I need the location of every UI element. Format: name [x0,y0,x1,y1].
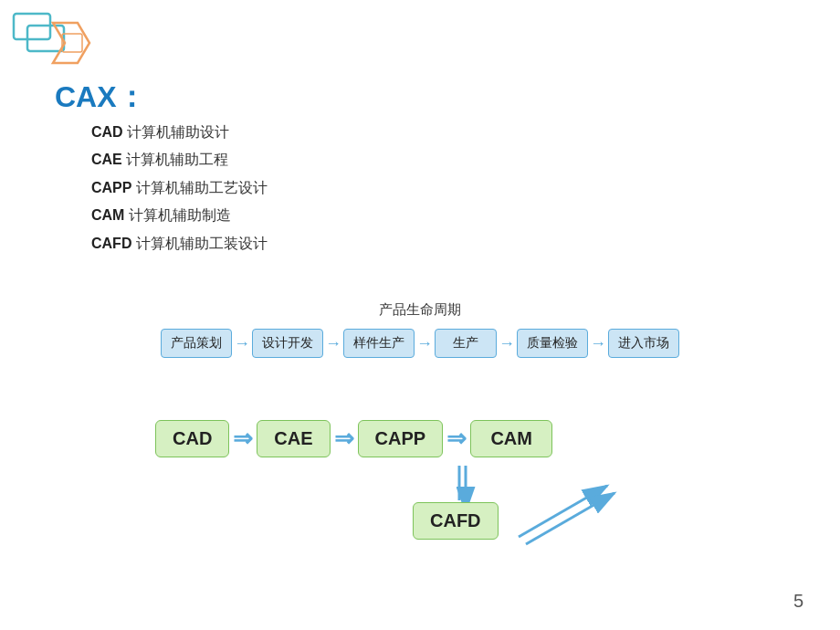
cax-list: CAD 计算机辅助设计 CAE 计算机辅助工程 CAPP 计算机辅助工艺设计 C… [91,119,268,257]
lifecycle-step-3: 样件生产 [343,329,415,358]
svg-line-9 [519,486,607,537]
list-item-cad: CAD 计算机辅助设计 [91,119,268,146]
lifecycle-label: 产品生命周期 [0,301,840,319]
cax-box-cae: CAE [257,420,330,457]
arrow-4: → [499,335,515,352]
svg-line-10 [526,493,614,544]
svg-marker-2 [53,23,89,63]
lifecycle-step-5: 质量检验 [517,329,588,358]
cax-box-capp: CAPP [358,420,444,457]
diag-arrows-cafd-cam [511,475,621,548]
list-item-cafd: CAFD 计算机辅助工装设计 [91,230,268,257]
lifecycle-step-4: 生产 [435,329,497,358]
double-arrow-2: ⇒ [334,425,354,453]
logo-decoration [9,9,110,78]
cax-box-cad: CAD [155,420,229,457]
cax-flow: CAD ⇒ CAE ⇒ CAPP ⇒ CAM [155,420,552,457]
list-item-capp: CAPP 计算机辅助工艺设计 [91,174,268,202]
arrow-3: → [416,335,433,352]
lifecycle-step-6: 进入市场 [608,329,679,358]
arrow-5: → [590,335,606,352]
page-title: CAX： [55,78,146,118]
double-arrow-3: ⇒ [446,425,467,453]
lifecycle-flow: 产品策划 → 设计开发 → 样件生产 → 生产 → 质量检验 → 进入市场 [27,329,813,358]
list-item-cam: CAM 计算机辅助制造 [91,202,268,229]
double-arrow-1: ⇒ [233,425,253,453]
page-number: 5 [793,591,803,612]
arrow-2: → [325,335,341,352]
lifecycle-step-2: 设计开发 [252,329,323,358]
cax-box-cafd: CAFD [413,502,499,540]
list-item-cae: CAE 计算机辅助工程 [91,146,268,173]
lifecycle-step-1: 产品策划 [161,329,232,358]
cax-box-cam: CAM [470,420,552,457]
arrow-1: → [234,335,250,352]
